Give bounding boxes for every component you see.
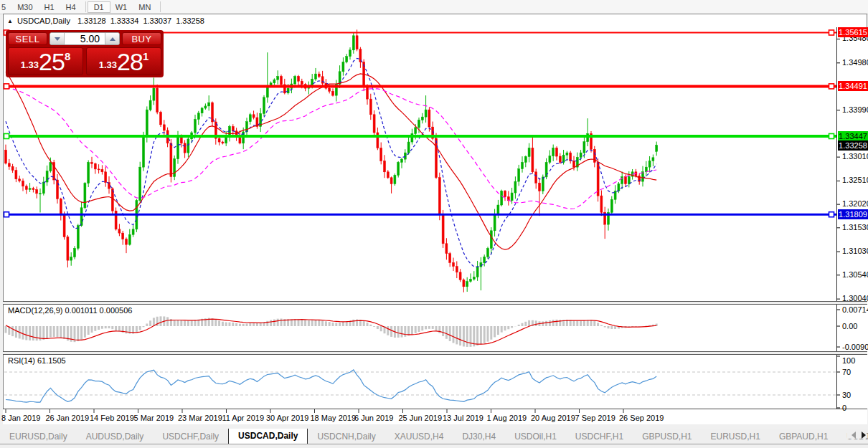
date-label-7: 30 Apr 2019 — [266, 414, 308, 422]
date-label-14: 7 Sep 2019 — [575, 414, 615, 422]
line-handle-icon[interactable] — [4, 84, 9, 89]
trade-panel-top-row: SELL 5.00 BUY — [8, 32, 161, 45]
arrow-down-icon — [55, 37, 60, 41]
date-label-9: 6 Jun 2019 — [354, 414, 393, 422]
trading-terminal: 5M30H1H4D1W1MN 1.354801.349801.339901.33… — [0, 0, 868, 448]
buy-button[interactable]: BUY — [122, 32, 161, 45]
date-label-2: 26 Jan 2019 — [46, 414, 90, 422]
ohlc-high: 1.33334 — [110, 16, 139, 25]
sell-price-big: 25 — [39, 49, 65, 75]
trade-panel-price-row: 1.33 25 8 1.33 28 1 — [8, 47, 161, 75]
collapse-chart-icon[interactable]: ▲ — [7, 18, 13, 24]
date-label-10: 25 Jun 2019 — [399, 414, 443, 422]
volume-decrease-button[interactable] — [50, 33, 65, 44]
panel-divider[interactable] — [3, 351, 867, 355]
buy-price-pip: 1 — [143, 50, 148, 62]
buy-price-box[interactable]: 1.33 28 1 — [86, 47, 161, 75]
line-handle-icon[interactable] — [829, 134, 834, 139]
line-handle-icon[interactable] — [4, 212, 9, 217]
ohlc-open: 1.33128 — [77, 16, 106, 25]
date-label-6: 11 Apr 2019 — [222, 414, 265, 422]
date-label-11: 13 Jul 2019 — [443, 414, 483, 422]
sell-price-box[interactable]: 1.33 25 8 — [8, 47, 83, 75]
tab-scroll-right-icon[interactable] — [862, 432, 866, 439]
date-label-13: 20 Aug 2019 — [531, 414, 575, 422]
sell-price-prefix: 1.33 — [21, 59, 39, 70]
buy-price-big: 28 — [117, 49, 143, 75]
date-label-8: 18 May 2019 — [311, 414, 357, 422]
line-handle-icon[interactable] — [829, 212, 834, 217]
volume-input[interactable]: 5.00 — [65, 33, 105, 44]
volume-stepper: 5.00 — [49, 32, 120, 45]
macd-series — [6, 316, 656, 347]
panel-divider[interactable] — [3, 301, 867, 305]
moving-average-sma40 — [6, 87, 656, 209]
macd-indicator-label: MACD(12,26,9) 0.001011 0.000506 — [8, 306, 132, 315]
date-label-12: 1 Aug 2019 — [487, 414, 527, 422]
rsi-indicator-label: RSI(14) 61.1505 — [8, 356, 66, 365]
line-handle-icon[interactable] — [829, 84, 834, 89]
date-label-1: 8 Jan 2019 — [1, 414, 40, 422]
tab-scroll-left-icon[interactable] — [852, 432, 856, 439]
chart-symbol-period: USDCAD,Daily — [17, 16, 70, 25]
one-click-trade-panel: SELL 5.00 BUY 1.33 25 8 1.33 28 1 — [6, 30, 164, 77]
date-label-5: 23 Mar 2019 — [178, 414, 222, 422]
date-label-15: 26 Sep 2019 — [619, 414, 664, 422]
volume-increase-button[interactable] — [105, 33, 119, 44]
tab-scroll-arrows — [847, 432, 866, 439]
date-label-4: 5 Mar 2019 — [134, 414, 174, 422]
ohlc-close: 1.33258 — [176, 16, 204, 25]
line-handle-icon[interactable] — [4, 134, 9, 139]
arrow-up-icon — [110, 37, 115, 41]
sell-button[interactable]: SELL — [8, 32, 47, 45]
sell-price-pip: 8 — [65, 50, 70, 62]
ohlc-low: 1.33037 — [143, 16, 171, 25]
chart-title-row: ▲ USDCAD,Daily 1.33128 1.33334 1.33037 1… — [7, 16, 209, 26]
buy-price-prefix: 1.33 — [99, 59, 117, 70]
date-label-3: 14 Feb 2019 — [90, 414, 134, 422]
rsi-series — [4, 370, 836, 402]
line-handle-icon[interactable] — [829, 30, 834, 35]
